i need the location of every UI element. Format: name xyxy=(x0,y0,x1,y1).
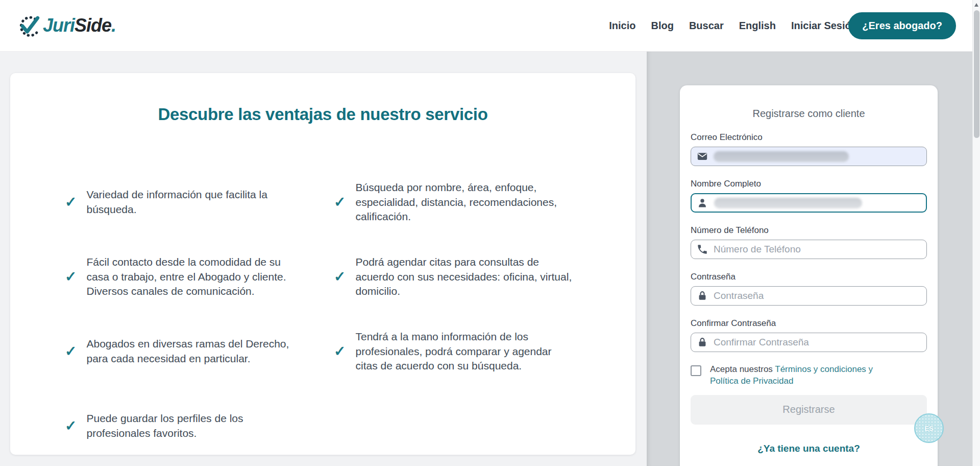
redacted-email-value xyxy=(714,151,849,162)
benefit-item: ✓ Fácil contacto desde la comodidad de s… xyxy=(65,240,334,314)
benefit-item: ✓ Puede guardar los perfiles de los prof… xyxy=(65,389,334,463)
terms-row: Acepta nuestros Términos y condiciones y… xyxy=(691,364,927,387)
password-label: Contraseña xyxy=(691,272,927,282)
benefit-item: ✓ Variedad de información que facilita l… xyxy=(65,165,334,240)
benefits-card: Descubre las ventajas de nuestro servici… xyxy=(10,73,635,455)
header: JuriSide. Inicio Blog Buscar English Ini… xyxy=(0,0,980,52)
check-icon: ✓ xyxy=(65,195,77,209)
check-icon: ✓ xyxy=(65,419,77,433)
check-icon: ✓ xyxy=(334,195,346,209)
benefits-list: ✓ Variedad de información que facilita l… xyxy=(65,165,606,463)
terms-checkbox[interactable] xyxy=(691,365,701,376)
benefits-title: Descubre las ventajas de nuestro servici… xyxy=(10,105,635,124)
password-input[interactable] xyxy=(691,286,927,306)
name-field-wrap xyxy=(691,193,927,213)
juriside-logo[interactable]: JuriSide. xyxy=(15,12,116,39)
already-have-account-link[interactable]: ¿Ya tiene una cuenta? xyxy=(691,443,927,454)
phone-icon xyxy=(697,244,708,255)
confirm-password-input[interactable] xyxy=(691,333,927,352)
nav-buscar[interactable]: Buscar xyxy=(689,20,724,32)
registration-page: JuriSide. Inicio Blog Buscar English Ini… xyxy=(0,0,980,466)
redacted-name-value xyxy=(714,198,862,208)
scrollbar-up-arrow-icon[interactable] xyxy=(974,3,978,7)
benefit-item: ✓ Tendrá a la mano información de los pr… xyxy=(334,314,603,389)
language-toggle-button[interactable]: ES xyxy=(914,413,944,443)
envelope-icon xyxy=(697,151,708,162)
email-input[interactable] xyxy=(691,147,927,166)
nav-blog[interactable]: Blog xyxy=(651,20,673,32)
page-scrollbar[interactable] xyxy=(972,0,980,466)
name-label: Nombre Completo xyxy=(691,179,927,189)
password-field-wrap xyxy=(691,286,927,306)
nav-english[interactable]: English xyxy=(739,20,776,32)
logo-checkmark-icon xyxy=(15,12,42,39)
eres-abogado-button[interactable]: ¿Eres abogado? xyxy=(848,12,956,39)
name-input[interactable] xyxy=(691,193,927,213)
benefit-item: ✓ Búsqueda por nombre, área, enfoque, es… xyxy=(334,165,603,240)
check-icon: ✓ xyxy=(65,270,77,284)
check-icon: ✓ xyxy=(334,270,346,284)
benefit-item: ✓ Podrá agendar citas para consultas de … xyxy=(334,240,603,314)
check-icon: ✓ xyxy=(334,344,346,359)
confirm-password-field-wrap xyxy=(691,333,927,352)
lock-icon xyxy=(697,337,708,348)
registration-form-card: Registrarse como cliente Correo Electrón… xyxy=(680,85,938,466)
email-field-wrap xyxy=(691,147,927,166)
logo-wordmark: JuriSide. xyxy=(43,15,116,36)
main-nav: Inicio Blog Buscar English Iniciar Sesió… xyxy=(609,20,857,32)
check-icon: ✓ xyxy=(65,344,77,359)
nav-iniciar-sesion[interactable]: Iniciar Sesión xyxy=(791,20,857,32)
register-button[interactable]: Registrarse xyxy=(691,395,927,425)
terms-text: Acepta nuestros Términos y condiciones y… xyxy=(710,364,884,387)
person-icon xyxy=(697,197,708,208)
email-label: Correo Electrónico xyxy=(691,132,927,143)
nav-inicio[interactable]: Inicio xyxy=(609,20,635,32)
benefit-item: ✓ Abogados en diversas ramas del Derecho… xyxy=(65,314,334,389)
scrollbar-thumb[interactable] xyxy=(974,10,979,138)
phone-input[interactable] xyxy=(691,240,927,259)
form-title: Registrarse como cliente xyxy=(691,108,927,120)
confirm-password-label: Confirmar Contraseña xyxy=(691,318,927,329)
lock-icon xyxy=(697,290,708,301)
phone-field-wrap xyxy=(691,240,927,259)
phone-label: Número de Teléfono xyxy=(691,225,927,236)
